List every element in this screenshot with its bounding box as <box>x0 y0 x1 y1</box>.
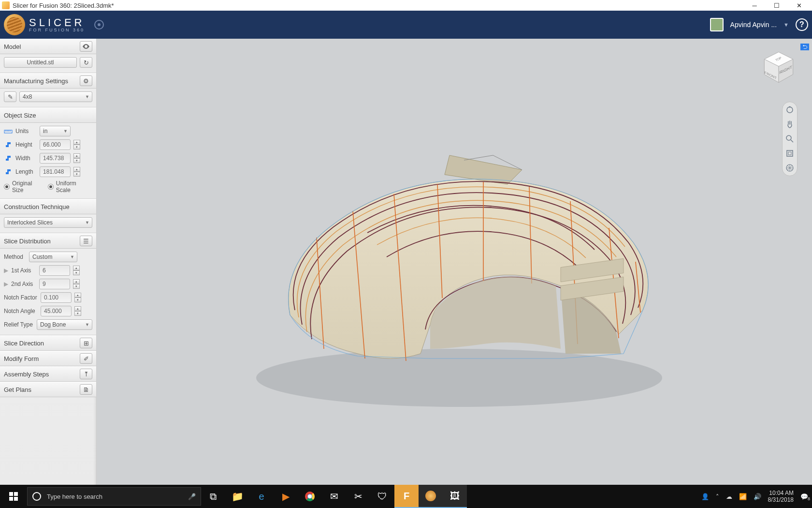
chrome-icon[interactable] <box>298 485 322 508</box>
file-explorer-icon[interactable]: 📁 <box>225 485 249 508</box>
edit-icon: ✐ <box>84 355 89 362</box>
user-name[interactable]: Apvind Apvin ... <box>730 21 777 29</box>
height-icon <box>4 141 13 148</box>
width-inc[interactable]: ▴ <box>73 153 80 158</box>
target-icon[interactable] <box>94 20 104 30</box>
height-input[interactable]: 66.000 <box>40 139 71 150</box>
assembly-title: Assembly Steps <box>4 371 49 378</box>
length-inc[interactable]: ▴ <box>73 167 80 172</box>
collapse-panel-button[interactable]: ⮌ <box>800 44 809 50</box>
view-cube[interactable]: TOP FRONT RIGHT <box>761 49 797 85</box>
user-menu-caret[interactable]: ▼ <box>783 22 789 28</box>
photos-icon[interactable]: 🖼 <box>443 485 467 508</box>
volume-icon[interactable]: 🔊 <box>754 493 761 500</box>
height-dec[interactable]: ▾ <box>73 145 80 149</box>
notifications-icon[interactable]: 💬8 <box>800 493 808 500</box>
notch-factor-input[interactable]: 0.100 <box>41 292 72 303</box>
relief-type-dropdown[interactable]: Dog Bone <box>37 319 92 330</box>
user-avatar[interactable] <box>710 18 724 31</box>
steps-icon: ⤒ <box>84 371 89 378</box>
model-visibility-button[interactable] <box>80 41 92 52</box>
method-dropdown[interactable]: Custom <box>29 252 77 262</box>
height-inc[interactable]: ▴ <box>73 140 80 145</box>
app-toolbar: SLICER FOR FUSION 360 Apvind Apvin ... ▼… <box>0 11 812 39</box>
logo-title: SLICER <box>29 17 85 28</box>
windows-icon <box>9 492 18 501</box>
length-dec[interactable]: ▾ <box>73 172 80 177</box>
assembly-panel-header[interactable]: Assembly Steps ⤒ <box>0 366 96 382</box>
axis1-dec[interactable]: ▾ <box>73 270 80 275</box>
wifi-icon[interactable]: 📶 <box>739 493 747 500</box>
svg-point-14 <box>786 135 791 140</box>
fusion-icon[interactable]: F <box>394 485 419 508</box>
mail-icon[interactable]: ✉ <box>322 485 346 508</box>
uniform-scale-radio[interactable] <box>48 184 54 190</box>
play-icon-2[interactable]: ▶ <box>4 281 8 287</box>
axis2-inc[interactable]: ▴ <box>73 279 80 284</box>
slicedist-options-button[interactable]: ☰ <box>80 236 92 246</box>
na-inc[interactable]: ▴ <box>74 306 81 311</box>
window-title: Slicer for Fusion 360: 2Sliced.3dmk* <box>13 2 114 9</box>
objsize-panel-header: Object Size <box>0 107 96 123</box>
help-button[interactable]: ? <box>796 18 808 31</box>
taskbar-search[interactable]: Type here to search 🎤 <box>27 487 201 506</box>
movies-icon[interactable]: ▶ <box>274 485 298 508</box>
start-button[interactable] <box>0 485 27 508</box>
zoom-tool[interactable] <box>785 134 795 144</box>
modifyform-button[interactable]: ✐ <box>80 353 92 364</box>
length-input[interactable]: 181.048 <box>40 166 71 177</box>
display-settings-tool[interactable] <box>785 163 795 173</box>
assembly-button[interactable]: ⤒ <box>80 369 92 379</box>
model-file-button[interactable]: Untitled.stl <box>4 57 77 68</box>
task-view-button[interactable]: ⧉ <box>201 485 225 508</box>
security-icon[interactable]: 🛡 <box>370 485 394 508</box>
slicer-icon[interactable] <box>419 485 443 508</box>
getplans-panel-header[interactable]: Get Plans 🗎 <box>0 382 96 397</box>
model-panel-header: Model <box>0 39 96 54</box>
edge-icon[interactable]: e <box>249 485 274 508</box>
3d-model <box>222 107 686 417</box>
maximize-button[interactable]: ☐ <box>766 0 788 11</box>
svg-rect-0 <box>4 130 12 133</box>
width-label: Width <box>15 155 37 162</box>
onedrive-icon[interactable]: ☁ <box>726 493 732 500</box>
axis1-input[interactable]: 6 <box>39 265 70 276</box>
getplans-button[interactable]: 🗎 <box>80 384 92 395</box>
reload-model-button[interactable]: ↻ <box>80 57 92 68</box>
notch-angle-input[interactable]: 45.000 <box>41 306 72 316</box>
original-size-radio[interactable] <box>4 184 10 190</box>
axis1-inc[interactable]: ▴ <box>73 266 80 270</box>
app-logo: SLICER FOR FUSION 360 <box>4 14 104 35</box>
length-icon <box>4 168 13 175</box>
snip-icon[interactable]: ✂ <box>346 485 370 508</box>
mic-icon[interactable]: 🎤 <box>188 493 196 500</box>
orbit-tool[interactable] <box>785 105 795 115</box>
nf-inc[interactable]: ▴ <box>74 293 81 298</box>
play-icon[interactable]: ▶ <box>4 267 8 274</box>
close-button[interactable]: ✕ <box>788 0 810 11</box>
na-dec[interactable]: ▾ <box>74 311 81 316</box>
width-dec[interactable]: ▾ <box>73 158 80 163</box>
edit-mfg-button[interactable]: ✎ <box>4 91 16 102</box>
width-input[interactable]: 145.738 <box>40 153 71 164</box>
clock[interactable]: 10:04 AM 8/31/2018 <box>768 490 794 504</box>
nf-dec[interactable]: ▾ <box>74 298 81 302</box>
slicedir-panel-header[interactable]: Slice Direction ⊞ <box>0 335 96 351</box>
svg-point-35 <box>308 494 312 498</box>
axis2-input[interactable]: 9 <box>39 279 70 289</box>
mfg-settings-button[interactable]: ⚙ <box>80 75 92 86</box>
units-dropdown[interactable]: in <box>40 126 71 136</box>
modifyform-panel-header[interactable]: Modify Form ✐ <box>0 351 96 366</box>
construction-technique-dropdown[interactable]: Interlocked Slices <box>4 217 92 228</box>
minimize-button[interactable]: ─ <box>743 0 766 11</box>
width-icon <box>4 155 13 162</box>
people-icon[interactable]: 👤 <box>701 493 709 500</box>
mfg-preset-dropdown[interactable]: 4x8 <box>19 91 92 102</box>
tray-chevron-icon[interactable]: ˄ <box>716 493 719 500</box>
3d-viewport[interactable]: ⮌ TOP FRONT RIGHT <box>97 39 812 485</box>
units-icon <box>4 128 13 134</box>
pan-tool[interactable] <box>785 120 795 129</box>
axis2-dec[interactable]: ▾ <box>73 284 80 289</box>
slicedir-button[interactable]: ⊞ <box>80 338 92 348</box>
fit-tool[interactable] <box>785 149 795 158</box>
